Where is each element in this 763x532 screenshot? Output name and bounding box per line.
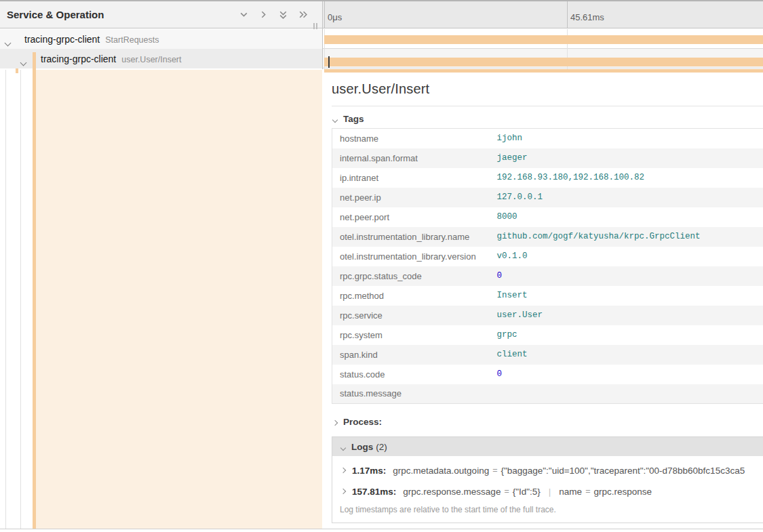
ruler-tick-line — [324, 1, 325, 28]
tag-row: ip.intranet192.168.93.180,192.168.100.82 — [332, 168, 763, 188]
trace-timeline-view: Service & Operation 0μs45.61ms tracing-g… — [0, 0, 763, 532]
detail-divider — [332, 106, 763, 106]
log-field-key: grpc.metadata.outgoing — [393, 466, 489, 476]
column-resizer-grip[interactable] — [313, 20, 319, 26]
tag-key: rpc.system — [332, 325, 497, 345]
logs-footer-note: Log timestamps are relative to the start… — [340, 505, 763, 514]
tag-key: otel.instrumentation_library.name — [332, 227, 497, 247]
tag-value: 127.0.0.1 — [497, 188, 763, 207]
tags-table: hostnameijohninternal.span.formatjaegeri… — [332, 128, 763, 404]
tag-key: span.kind — [332, 345, 497, 365]
collapse-all-icon[interactable] — [297, 9, 308, 20]
tag-value: 8000 — [497, 207, 763, 227]
tag-value — [497, 384, 763, 404]
tag-value: grpc — [497, 325, 763, 345]
tag-key: hostname — [332, 129, 497, 148]
tag-value: client — [497, 345, 763, 365]
equals-sign: = — [585, 487, 590, 496]
chevron-down-icon[interactable] — [5, 36, 10, 48]
tree-guide-line — [5, 70, 6, 529]
logs-label: Logs — [351, 442, 373, 452]
operation-name: user.User/Insert — [121, 55, 181, 64]
log-field-value: {"baggage":"uid=100","traceparent":"00-d… — [501, 466, 745, 476]
tag-key: ip.intranet — [332, 168, 497, 188]
log-timestamp: 1.17ms: — [352, 466, 386, 476]
tag-value: Insert — [497, 286, 763, 306]
tree-row-startrequests[interactable]: tracing-grpc-clientStartRequests — [0, 29, 322, 49]
chevron-right-icon — [333, 415, 337, 428]
span-bar-startrequests[interactable] — [324, 35, 763, 44]
logs-section: Logs (2) 1.17ms:grpc.metadata.outgoing={… — [332, 436, 763, 523]
process-label: Process: — [343, 417, 382, 427]
tag-value: jaeger — [497, 148, 763, 168]
log-field-value: grpc.response — [593, 487, 652, 497]
equals-sign: = — [504, 487, 509, 496]
chevron-right-icon — [340, 468, 346, 473]
tag-row: span.kindclient — [332, 345, 763, 365]
tag-row: rpc.grpc.status_code0 — [332, 266, 763, 286]
tag-key: otel.instrumentation_library.version — [332, 247, 497, 266]
service-operation-header: Service & Operation — [0, 1, 323, 28]
timeline-ruler[interactable]: 0μs45.61ms — [323, 1, 763, 28]
process-accordion-header[interactable]: Process: — [332, 413, 763, 430]
span-detail-title: user.User/Insert — [332, 79, 763, 98]
span-detail-panel: user.User/Insert Tags hostnameijohninter… — [323, 73, 763, 529]
expand-one-icon[interactable] — [238, 9, 249, 20]
chevron-down-icon — [333, 112, 337, 125]
tag-value: v0.1.0 — [497, 247, 763, 266]
service-name: tracing-grpc-client — [41, 54, 116, 64]
span-bar-user-insert[interactable] — [324, 58, 763, 66]
tag-row: otel.instrumentation_library.versionv0.1… — [332, 247, 763, 266]
tag-row: otel.instrumentation_library.namegithub.… — [332, 227, 763, 247]
span-self-time-marker — [328, 56, 330, 68]
logs-body: 1.17ms:grpc.metadata.outgoing={"baggage"… — [332, 456, 763, 523]
tag-row: hostnameijohn — [332, 129, 763, 148]
ruler-tick-line — [567, 1, 568, 28]
expand-all-icon[interactable] — [277, 9, 288, 20]
tag-key: net.peer.port — [332, 207, 497, 227]
tags-label: Tags — [343, 114, 364, 124]
chevron-down-icon — [341, 441, 345, 453]
logs-count: (2) — [376, 442, 387, 452]
tag-row: rpc.serviceuser.User — [332, 306, 763, 325]
tree-guide-line — [20, 70, 21, 529]
log-entry[interactable]: 1.17ms:grpc.metadata.outgoing={"baggage"… — [340, 463, 763, 478]
tag-row: net.peer.ip127.0.0.1 — [332, 188, 763, 207]
chevron-right-icon — [340, 489, 346, 494]
expand-collapse-toolbar — [238, 9, 323, 20]
operation-name: StartRequests — [105, 35, 159, 45]
tree-row-user-user-insert[interactable]: tracing-grpc-clientuser.User/Insert — [0, 49, 322, 68]
column-divider[interactable] — [322, 1, 323, 69]
tag-row: rpc.methodInsert — [332, 286, 763, 306]
logs-accordion-header[interactable]: Logs (2) — [332, 437, 763, 456]
tags-accordion-header[interactable]: Tags — [332, 109, 763, 128]
tag-key: status.code — [332, 365, 497, 384]
collapse-one-icon[interactable] — [258, 9, 269, 20]
tag-value: ijohn — [497, 129, 763, 148]
tag-row: status.message — [332, 384, 763, 404]
log-timestamp: 157.81ms: — [352, 487, 396, 497]
tag-value: user.User — [497, 306, 763, 325]
log-field-key: grpc.response.message — [403, 487, 501, 497]
service-name: tracing-grpc-client — [24, 34, 100, 45]
chevron-down-icon[interactable] — [21, 56, 26, 68]
log-entry[interactable]: 157.81ms:grpc.response.message={"Id":5}|… — [340, 484, 763, 499]
tag-key: status.message — [332, 384, 497, 404]
tag-key: net.peer.ip — [332, 188, 497, 207]
ruler-tick-label: 45.61ms — [570, 1, 604, 28]
tag-row: status.code0 — [332, 365, 763, 384]
tag-value: github.com/gogf/katyusha/krpc.GrpcClient — [497, 227, 763, 247]
equals-sign: = — [492, 466, 497, 475]
tag-key: rpc.service — [332, 306, 497, 325]
tag-key: rpc.method — [332, 286, 497, 306]
tag-key: rpc.grpc.status_code — [332, 266, 497, 286]
detail-row-bottom-border — [0, 529, 763, 529]
field-divider: | — [549, 487, 551, 497]
log-field-key: name — [559, 487, 582, 497]
tag-row: net.peer.port8000 — [332, 207, 763, 227]
selected-row-highlight — [36, 70, 322, 529]
log-field-value: {"Id":5} — [513, 487, 541, 497]
tag-value: 192.168.93.180,192.168.100.82 — [497, 168, 763, 188]
ruler-tick-label: 0μs — [328, 1, 342, 28]
service-operation-title: Service & Operation — [0, 9, 104, 20]
